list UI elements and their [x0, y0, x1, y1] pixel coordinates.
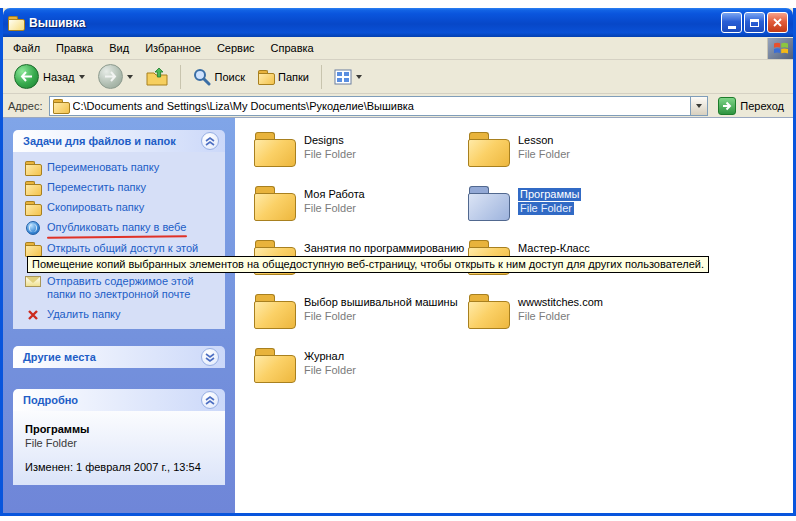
minimize-button[interactable] [721, 12, 742, 33]
search-label: Поиск [215, 71, 245, 83]
address-path: C:\Documents and Settings\Liza\My Docume… [73, 100, 687, 112]
file-tasks-panel: Задачи для файлов и папок Переименовать … [13, 130, 225, 329]
folder-icon [254, 186, 296, 220]
task-pane: Задачи для файлов и папок Переименовать … [3, 118, 235, 513]
task-label: Отправить содержимое этой папки по элект… [47, 275, 219, 301]
views-button[interactable] [329, 67, 367, 87]
close-button[interactable] [767, 12, 788, 33]
chevron-up-icon [205, 137, 215, 146]
other-places-header[interactable]: Другие места [13, 346, 225, 368]
other-places-panel: Другие места [13, 346, 225, 368]
file-item-vybor-mashiny[interactable]: Выбор вышивальной машиныFile Folder [254, 294, 458, 328]
menu-file[interactable]: Файл [5, 39, 48, 57]
file-name: Программы [518, 188, 581, 201]
red-annotation-underline [47, 235, 187, 239]
file-name: Мастер-Класс [518, 242, 590, 255]
details-file-type: File Folder [25, 437, 217, 449]
task-publish-folder-web[interactable]: Опубликовать папку в вебе [25, 221, 219, 235]
toolbar-separator [180, 65, 181, 89]
file-tasks-title: Задачи для файлов и папок [23, 135, 176, 147]
folders-button[interactable]: Папки [253, 68, 314, 85]
file-type: File Folder [518, 202, 574, 215]
menu-favorites[interactable]: Избранное [137, 39, 209, 57]
file-type: File Folder [304, 202, 356, 215]
task-move-folder[interactable]: Переместить папку [25, 181, 219, 194]
address-dropdown-button[interactable] [690, 97, 707, 115]
chevron-up-icon [205, 396, 215, 405]
file-name: Журнал [304, 350, 344, 363]
chevron-down-icon [205, 353, 215, 362]
other-places-title: Другие места [23, 351, 96, 363]
details-modified: Изменен: 1 февраля 2007 г., 13:54 [25, 461, 217, 473]
window-folder-icon [8, 16, 24, 29]
collapse-button[interactable] [201, 391, 219, 409]
address-label: Адрес: [8, 100, 43, 112]
file-item-moya-rabota[interactable]: Моя РаботаFile Folder [254, 186, 365, 220]
task-label: Удалить папку [47, 308, 121, 321]
task-label: Переместить папку [47, 181, 146, 194]
forward-arrow-icon [98, 64, 123, 89]
menu-edit[interactable]: Правка [48, 39, 101, 57]
maximize-button[interactable] [744, 12, 765, 33]
title-bar: Вышивка [3, 8, 793, 37]
folder-icon [254, 348, 296, 382]
window-title: Вышивка [29, 16, 716, 30]
file-type: File Folder [518, 148, 570, 161]
task-email-folder[interactable]: Отправить содержимое этой папки по элект… [25, 275, 219, 301]
menu-tools[interactable]: Сервис [209, 39, 263, 57]
details-panel: Подробно Программы File Folder Изменен: … [13, 389, 225, 485]
task-copy-folder[interactable]: Скопировать папку [25, 201, 219, 214]
file-type: File Folder [304, 148, 356, 161]
tooltip: Помещение копий выбранных элементов на о… [27, 256, 709, 273]
task-delete-folder[interactable]: Удалить папку [25, 308, 219, 321]
task-rename-folder[interactable]: Переименовать папку [25, 161, 219, 174]
file-type: File Folder [304, 364, 356, 377]
go-button[interactable]: Переход [714, 97, 788, 115]
go-label: Переход [740, 100, 784, 112]
file-item-wwwstitches[interactable]: wwwstitches.comFile Folder [468, 294, 603, 328]
task-label: Скопировать папку [47, 201, 144, 214]
menu-help[interactable]: Справка [263, 39, 322, 57]
address-dropdown-icon [696, 104, 702, 108]
file-item-zhurnal[interactable]: ЖурналFile Folder [254, 348, 356, 382]
folder-icon [468, 132, 510, 166]
search-button[interactable]: Поиск [188, 66, 250, 88]
back-dropdown-icon [79, 75, 85, 79]
back-label: Назад [43, 71, 75, 83]
rename-folder-icon [25, 161, 41, 174]
email-icon [25, 276, 41, 287]
minimize-icon [728, 26, 736, 29]
folders-label: Папки [278, 71, 309, 83]
folder-icon [254, 132, 296, 166]
file-item-lesson[interactable]: LessonFile Folder [468, 132, 570, 166]
copy-folder-icon [25, 201, 41, 214]
files-area: DesignsFile Folder LessonFile Folder Моя… [235, 118, 793, 513]
delete-x-icon [27, 309, 39, 321]
file-tasks-header[interactable]: Задачи для файлов и папок [13, 130, 225, 152]
search-icon [193, 68, 211, 86]
folder-icon [468, 186, 510, 220]
details-header[interactable]: Подробно [13, 389, 225, 411]
expand-button[interactable] [201, 348, 219, 366]
menu-view[interactable]: Вид [101, 39, 137, 57]
toolbar-separator [321, 65, 322, 89]
task-label: Опубликовать папку в вебе [47, 221, 186, 234]
details-body: Программы File Folder Изменен: 1 февраля… [13, 411, 225, 485]
menu-bar: Файл Правка Вид Избранное Сервис Справка [3, 37, 793, 60]
file-type: File Folder [518, 310, 570, 323]
file-item-programmy-selected[interactable]: ПрограммыFile Folder [468, 186, 581, 220]
file-name: Моя Работа [304, 188, 365, 201]
folder-icon [254, 294, 296, 328]
up-button[interactable] [141, 65, 173, 88]
address-folder-icon [53, 99, 69, 112]
file-item-designs[interactable]: DesignsFile Folder [254, 132, 356, 166]
address-input[interactable]: C:\Documents and Settings\Liza\My Docume… [49, 96, 709, 116]
collapse-button[interactable] [201, 132, 219, 150]
folder-icon [468, 294, 510, 328]
explorer-window: Вышивка Файл Правка Вид Избранное Сервис… [0, 8, 796, 516]
forward-button[interactable] [93, 62, 138, 91]
back-button[interactable]: Назад [9, 62, 90, 91]
maximize-icon [750, 19, 759, 27]
file-name: Выбор вышивальной машины [304, 296, 458, 309]
views-dropdown-icon [356, 75, 362, 79]
